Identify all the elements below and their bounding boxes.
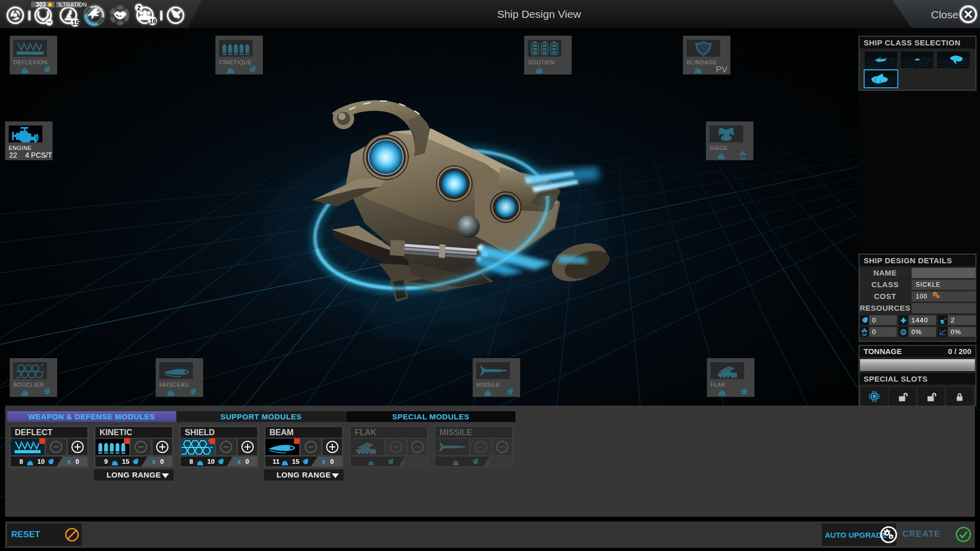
- svg-text:15: 15: [72, 19, 80, 27]
- svg-text:303: 303: [36, 1, 46, 8]
- svg-text:ʼILTRATION: ʼILTRATION: [57, 2, 87, 8]
- svg-text:16: 16: [150, 18, 157, 25]
- svg-text:2: 2: [137, 4, 141, 12]
